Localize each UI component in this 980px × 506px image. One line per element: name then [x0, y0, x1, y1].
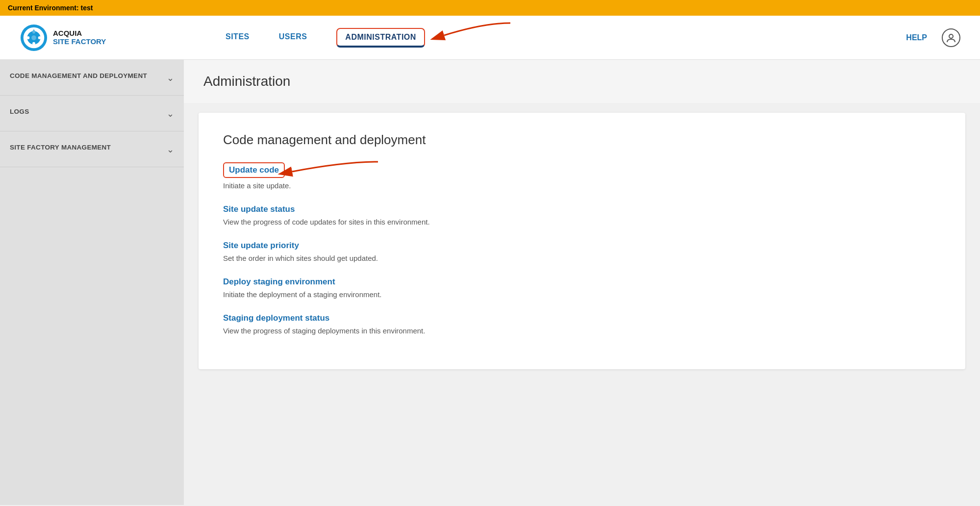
chevron-down-icon: ⌄	[167, 144, 174, 155]
sidebar-item-code-management[interactable]: CODE MANAGEMENT AND DEPLOYMENT ⌄	[0, 60, 184, 96]
header: ACQUIA SITE FACTORY SITES USERS ADMINIST…	[0, 16, 980, 60]
admin-arrow-annotation	[434, 18, 513, 48]
site-update-status-link[interactable]: Site update status	[223, 204, 295, 214]
content-item-site-update-priority: Site update priority Set the order in wh…	[223, 241, 941, 263]
site-update-priority-link[interactable]: Site update priority	[223, 241, 299, 251]
nav-sites[interactable]: SITES	[226, 16, 250, 59]
sidebar: CODE MANAGEMENT AND DEPLOYMENT ⌄ LOGS ⌄ …	[0, 60, 184, 505]
logo-icon	[20, 24, 48, 52]
content-item-staging-deployment-status: Staging deployment status View the progr…	[223, 313, 941, 336]
environment-bar: Current Environment: test	[0, 0, 980, 16]
logo[interactable]: ACQUIA SITE FACTORY	[20, 24, 127, 52]
content-item-deploy-staging: Deploy staging environment Initiate the …	[223, 277, 941, 300]
section-title: Code management and deployment	[223, 132, 941, 148]
main-content: Administration Code management and deplo…	[184, 60, 980, 505]
nav-administration-wrapper: ADMINISTRATION	[336, 16, 425, 59]
staging-deployment-status-desc: View the progress of staging deployments…	[223, 326, 941, 336]
content-wrapper: CODE MANAGEMENT AND DEPLOYMENT ⌄ LOGS ⌄ …	[0, 60, 980, 505]
sidebar-item-logs[interactable]: LOGS ⌄	[0, 96, 184, 131]
main-nav: SITES USERS ADMINISTRATION	[226, 16, 425, 59]
content-card: Code management and deployment Update co…	[199, 113, 965, 369]
site-update-priority-desc: Set the order in which sites should get …	[223, 253, 941, 263]
right-nav: HELP	[906, 28, 960, 47]
page-title-bar: Administration	[184, 60, 980, 103]
deploy-staging-desc: Initiate the deployment of a staging env…	[223, 289, 941, 300]
nav-administration[interactable]: ADMINISTRATION	[336, 28, 425, 48]
user-account-icon[interactable]	[942, 28, 960, 47]
chevron-down-icon: ⌄	[167, 108, 174, 119]
nav-users[interactable]: USERS	[279, 16, 307, 59]
content-item-update-code: Update code Initiate a site update.	[223, 162, 941, 191]
svg-point-9	[949, 34, 953, 38]
content-item-site-update-status: Site update status View the progress of …	[223, 204, 941, 227]
sidebar-item-site-factory-management[interactable]: SITE FACTORY MANAGEMENT ⌄	[0, 131, 184, 167]
svg-point-5	[27, 36, 30, 39]
logo-text: ACQUIA SITE FACTORY	[53, 29, 106, 46]
environment-label: Current Environment: test	[8, 4, 93, 12]
deploy-staging-link[interactable]: Deploy staging environment	[223, 277, 335, 287]
chevron-down-icon: ⌄	[167, 73, 174, 83]
update-code-link[interactable]: Update code	[223, 162, 285, 178]
site-update-status-desc: View the progress of code updates for si…	[223, 217, 941, 227]
user-icon	[946, 32, 956, 43]
update-code-arrow-annotation	[285, 159, 383, 184]
svg-point-4	[32, 42, 35, 45]
staging-deployment-status-link[interactable]: Staging deployment status	[223, 313, 329, 323]
svg-point-6	[38, 36, 41, 39]
page-title: Administration	[203, 74, 960, 89]
nav-help[interactable]: HELP	[906, 33, 927, 42]
